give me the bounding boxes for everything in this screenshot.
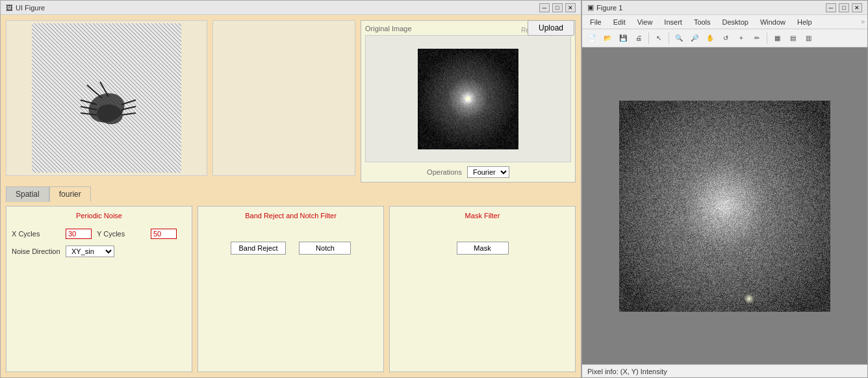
menu-overflow: »	[861, 18, 865, 25]
fig-minimize-button[interactable]: ─	[826, 3, 836, 12]
toolbar-sep2	[669, 32, 669, 44]
band-reject-box: Band Reject and Notch Filter Band Reject…	[198, 206, 384, 372]
band-reject-buttons: Band Reject Notch	[203, 242, 378, 255]
ui-figure-titlebar: 🖼 UI Figure ─ □ ✕	[1, 1, 581, 15]
operations-row: Operations Fourier	[365, 166, 571, 178]
close-button[interactable]: ✕	[565, 3, 576, 12]
minimize-button[interactable]: ─	[539, 3, 550, 12]
figure1-window: ▣ Figure 1 ─ □ ✕ File Edit View Insert T…	[581, 0, 868, 378]
mask-filter-box: Mask Filter Mask	[389, 206, 576, 372]
mask-button[interactable]: Mask	[457, 242, 509, 255]
menu-edit[interactable]: Edit	[608, 17, 631, 27]
toolbar-pan[interactable]: ✋	[703, 31, 717, 45]
toolbar-legend[interactable]: ▤	[785, 31, 800, 45]
maximize-button[interactable]: □	[552, 3, 563, 12]
tabs-row: Spatial fourier	[6, 186, 576, 202]
y-cycles-label: Y Cycles	[97, 230, 146, 238]
figure1-menubar: File Edit View Insert Tools Desktop Wind…	[582, 15, 867, 29]
band-reject-button[interactable]: Band Reject	[231, 242, 287, 255]
fourier-select[interactable]: Fourier	[467, 166, 509, 178]
mask-filter-title: Mask Filter	[395, 212, 570, 220]
menu-tools[interactable]: Tools	[689, 17, 716, 27]
mask-button-row: Mask	[395, 242, 570, 255]
ui-figure-window: 🖼 UI Figure ─ □ ✕ Upload Original Image	[0, 0, 581, 378]
figure1-title: ▣ Figure 1	[587, 3, 622, 12]
original-image-display	[365, 35, 571, 162]
ui-figure-icon: 🖼	[6, 4, 13, 12]
tab-spatial[interactable]: Spatial	[6, 186, 49, 202]
y-cycles-input[interactable]	[151, 229, 177, 239]
toolbar-brush[interactable]: ✏	[750, 31, 764, 45]
top-panels: Original Image Rectangular Snip Operatio…	[6, 20, 576, 183]
toolbar-rotate3d[interactable]: ↺	[719, 31, 733, 45]
fig-maximize-button[interactable]: □	[839, 3, 849, 12]
figure1-title-text: Figure 1	[596, 4, 622, 12]
fig-close-button[interactable]: ✕	[852, 3, 862, 12]
original-image-label: Original Image	[365, 25, 412, 32]
ui-figure-content: Upload Original Image Rectangular Snip	[1, 15, 581, 377]
left-image-panel	[6, 20, 207, 176]
upload-button[interactable]: Upload	[528, 20, 574, 36]
figure1-image-canvas	[619, 101, 830, 312]
toolbar-sep3	[767, 32, 767, 44]
menu-desktop[interactable]: Desktop	[717, 17, 754, 27]
toolbar-sep1	[648, 32, 649, 44]
toolbar-zoom-out[interactable]: 🔎	[687, 31, 702, 45]
noise-direction-label: Noise Direction	[12, 247, 60, 255]
figure1-toolbar: 📄 📂 💾 🖨 ↖ 🔍 🔎 ✋ ↺ + ✏ ▦ ▤ ▥	[582, 29, 867, 47]
toolbar-zoom-in[interactable]: 🔍	[672, 31, 686, 45]
noise-direction-row: Noise Direction XY_sin X_sin Y_sin	[12, 246, 186, 257]
tab-fourier[interactable]: fourier	[49, 186, 91, 202]
x-cycles-row: X Cycles Y Cycles	[12, 229, 186, 239]
stripes-canvas	[32, 23, 181, 173]
toolbar-new[interactable]: 📄	[585, 31, 599, 45]
band-reject-title: Band Reject and Notch Filter	[203, 212, 378, 220]
figure1-icon: ▣	[587, 3, 594, 12]
operations-label: Operations	[427, 168, 462, 176]
toolbar-print[interactable]: 🖨	[632, 31, 646, 45]
toolbar-save[interactable]: 💾	[616, 31, 630, 45]
figure1-image-area	[582, 47, 867, 364]
menu-file[interactable]: File	[585, 17, 607, 27]
original-image-panel: Original Image Rectangular Snip Operatio…	[361, 20, 576, 183]
figure1-statusbar: Pixel info: (X, Y) Intensity	[582, 364, 867, 377]
x-cycles-label: X Cycles	[12, 230, 60, 238]
toolbar-open[interactable]: 📂	[600, 31, 615, 45]
periodic-noise-box: Periodic Noise X Cycles Y Cycles Noise D…	[6, 206, 192, 372]
figure1-controls: ─ □ ✕	[826, 3, 862, 12]
statusbar-text: Pixel info: (X, Y) Intensity	[587, 368, 667, 375]
menu-help[interactable]: Help	[792, 17, 817, 27]
filter-panels: Periodic Noise X Cycles Y Cycles Noise D…	[6, 206, 576, 372]
toolbar-datacursor[interactable]: +	[734, 31, 748, 45]
toolbar-grid[interactable]: ▥	[801, 31, 815, 45]
figure1-titlebar: ▣ Figure 1 ─ □ ✕	[582, 1, 867, 15]
periodic-noise-title: Periodic Noise	[12, 212, 186, 220]
titlebar-controls: ─ □ ✕	[539, 3, 576, 12]
toolbar-arrow[interactable]: ↖	[652, 31, 666, 45]
menu-insert[interactable]: Insert	[659, 17, 687, 27]
menu-window[interactable]: Window	[755, 17, 791, 27]
x-cycles-input[interactable]	[66, 229, 92, 239]
menu-view[interactable]: View	[632, 17, 658, 27]
noise-direction-select[interactable]: XY_sin X_sin Y_sin	[66, 246, 114, 257]
fourier-canvas	[418, 49, 518, 149]
notch-button[interactable]: Notch	[299, 242, 351, 255]
ui-figure-title: 🖼 UI Figure	[6, 4, 45, 12]
toolbar-colorbar[interactable]: ▦	[770, 31, 784, 45]
middle-image-panel	[212, 20, 355, 176]
ui-figure-title-text: UI Figure	[16, 4, 45, 12]
